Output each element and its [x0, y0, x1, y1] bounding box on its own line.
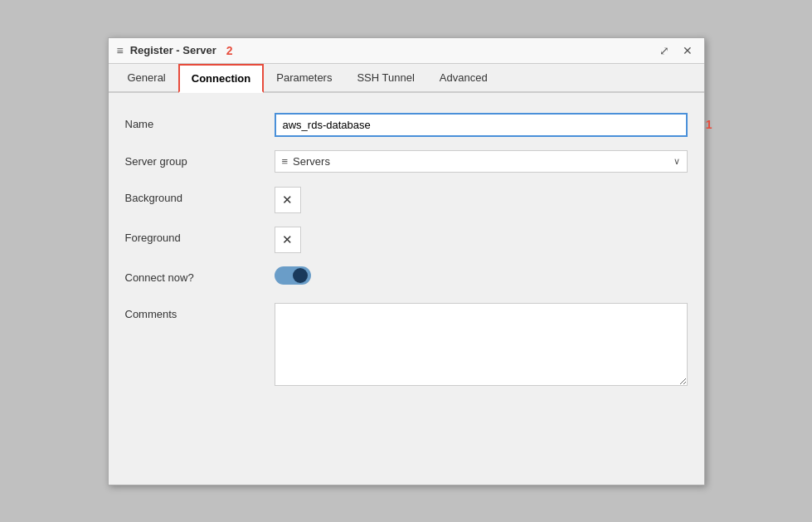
connect-now-toggle[interactable] [275, 266, 311, 285]
foreground-row: Foreground ✕ [109, 220, 704, 260]
background-label: Background [125, 187, 275, 204]
comments-textarea[interactable] [275, 303, 688, 386]
register-server-dialog: ≡ Register - Server 2 ⤢ ✕ General Connec… [108, 37, 705, 485]
maximize-button[interactable]: ⤢ [656, 43, 673, 58]
dialog-icon: ≡ [117, 44, 124, 57]
connect-now-label: Connect now? [125, 266, 275, 284]
background-field: ✕ [275, 187, 688, 213]
title-bar: ≡ Register - Server 2 ⤢ ✕ [109, 38, 704, 64]
tab-ssh-tunnel[interactable]: SSH Tunnel [344, 64, 426, 93]
foreground-label: Foreground [125, 227, 275, 244]
tab-general[interactable]: General [115, 64, 178, 93]
title-left: ≡ Register - Server 2 [117, 44, 233, 57]
background-color-button[interactable]: ✕ [275, 187, 301, 213]
comments-row: Comments [109, 296, 704, 395]
server-group-row: Server group ≡ Servers ∨ [109, 144, 704, 180]
title-controls: ⤢ ✕ [656, 43, 696, 58]
foreground-x-icon: ✕ [282, 232, 293, 247]
tab-parameters[interactable]: Parameters [264, 64, 344, 93]
server-group-label: Server group [125, 150, 275, 168]
name-input-wrapper: 1 [275, 113, 688, 137]
name-field: 1 [275, 113, 688, 137]
server-group-left: ≡ Servers [282, 155, 330, 168]
foreground-color-button[interactable]: ✕ [275, 227, 301, 253]
bottom-space [109, 395, 704, 428]
background-row: Background ✕ [109, 180, 704, 220]
dialog-title: Register - Server [130, 44, 216, 56]
name-input-badge: 1 [706, 118, 712, 131]
form-content: Name 1 Server group ≡ Servers ∨ [109, 93, 704, 485]
close-dialog-button[interactable]: ✕ [679, 43, 696, 58]
servers-icon: ≡ [282, 155, 289, 168]
connect-now-toggle-wrapper [275, 266, 688, 285]
comments-label: Comments [125, 303, 275, 320]
server-group-value: Servers [293, 155, 330, 168]
background-x-icon: ✕ [282, 193, 293, 207]
tab-bar: General Connection Parameters SSH Tunnel… [109, 64, 704, 93]
title-badge: 2 [226, 44, 233, 57]
server-group-select[interactable]: ≡ Servers ∨ [275, 150, 688, 173]
tab-advanced[interactable]: Advanced [427, 64, 500, 93]
name-label: Name [125, 113, 275, 130]
comments-field [275, 303, 688, 388]
foreground-field: ✕ [275, 227, 688, 253]
chevron-down-icon: ∨ [673, 156, 680, 167]
name-input[interactable] [275, 113, 688, 137]
connect-now-row: Connect now? [109, 260, 704, 296]
name-row: Name 1 [109, 106, 704, 144]
tab-connection[interactable]: Connection [178, 64, 265, 93]
toggle-thumb [293, 268, 308, 283]
connect-now-field [275, 266, 688, 285]
server-group-field: ≡ Servers ∨ [275, 150, 688, 173]
